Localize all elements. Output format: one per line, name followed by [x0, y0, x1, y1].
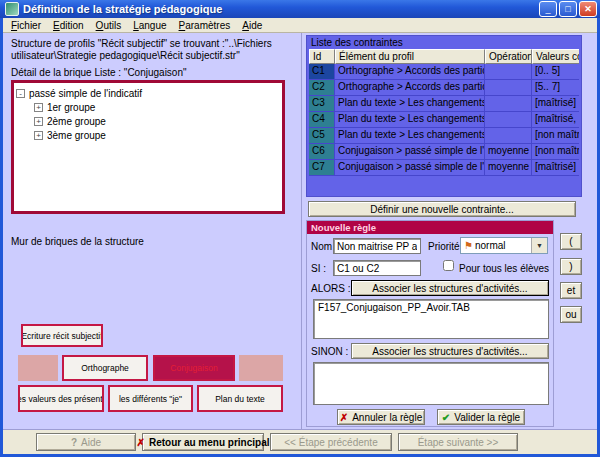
annuler-regle-button[interactable]: ✗ Annuler la règle: [337, 409, 425, 425]
right-panel: Liste des contraintes Id Élément du prof…: [301, 33, 597, 429]
table-row[interactable]: C6 Conjugaison > passé simple de l'indic…: [309, 144, 579, 160]
constraint-id: C2: [309, 80, 335, 95]
pour-tous-checkbox[interactable]: [443, 260, 454, 271]
tree-item-label: 3ème groupe: [47, 130, 106, 141]
brick-detail-label: Détail de la brique Liste : "Conjugaison…: [11, 67, 297, 78]
et-operator-button[interactable]: et: [560, 282, 582, 299]
alors-structures-list[interactable]: F157_Conjugaison_PP_Avoir.TAB: [313, 299, 549, 339]
brick-plan-du-texte[interactable]: Plan du texte: [197, 385, 283, 412]
retour-menu-button[interactable]: ✗ Retour au menu principal: [142, 433, 264, 451]
menu-langue[interactable]: Langue: [127, 20, 172, 31]
column-header-operation[interactable]: Opération: [485, 49, 532, 64]
ou-operator-button[interactable]: ou: [560, 306, 582, 323]
expand-icon[interactable]: +: [34, 103, 43, 112]
constraint-id: C4: [309, 112, 335, 127]
table-row[interactable]: C7 Conjugaison > passé simple de l'indic…: [309, 160, 579, 176]
aide-label: Aide: [81, 437, 101, 448]
constraint-operation: [485, 80, 532, 95]
brick-blank-right[interactable]: [239, 355, 283, 381]
alors-label: ALORS :: [311, 283, 350, 294]
list-item[interactable]: F157_Conjugaison_PP_Avoir.TAB: [318, 302, 544, 313]
column-header-valeurs[interactable]: Valeurs concernées: [532, 49, 579, 64]
constraint-id: C6: [309, 144, 335, 159]
etape-suivante-button[interactable]: Étape suivante >>: [398, 433, 518, 451]
constraint-operation: [485, 112, 532, 127]
define-constraint-button[interactable]: Définir une nouvelle contrainte...: [308, 201, 576, 217]
valider-regle-button[interactable]: ✔ Valider la règle: [437, 409, 525, 425]
table-row[interactable]: C5 Plan du texte > Les changements de te…: [309, 128, 579, 144]
sinon-structures-list[interactable]: [313, 362, 549, 405]
brick-conjugaison-selected[interactable]: Conjugaison: [153, 355, 235, 381]
priorite-dropdown[interactable]: ⚑ normal ▼: [460, 237, 548, 254]
maximize-button[interactable]: □: [559, 1, 577, 17]
constraint-id: C5: [309, 128, 335, 143]
menu-edition[interactable]: Edition: [47, 20, 90, 31]
aide-button[interactable]: ? Aide: [36, 433, 136, 451]
exit-x-icon: ✗: [137, 437, 145, 448]
constraints-title: Liste des contraintes: [307, 36, 581, 49]
brick-orthographe[interactable]: Orthographe: [62, 355, 148, 381]
brick-blank-left[interactable]: [18, 355, 58, 381]
priorite-label: Priorité: [428, 241, 460, 252]
alors-associer-button[interactable]: Associer les structures d'activités...: [351, 280, 549, 296]
constraint-values: [0.. 5]: [532, 64, 579, 79]
left-panel: Structure de profils "Récit subjectif" s…: [3, 33, 301, 429]
brick-differents-je[interactable]: les différents "je": [108, 385, 193, 412]
constraint-values: [non maîtrisé]: [532, 144, 579, 159]
tree-item-root[interactable]: - passé simple de l'indicatif: [16, 86, 280, 100]
tree-item-label: passé simple de l'indicatif: [29, 88, 142, 99]
menu-bar: Fichier Edition Outils Langue Paramètres…: [3, 18, 597, 33]
constraint-operation: [485, 128, 532, 143]
etape-precedente-button[interactable]: << Étape précédente: [270, 433, 392, 451]
constraint-element: Orthographe > Accords des participes pa: [335, 64, 485, 79]
menu-parametres[interactable]: Paramètres: [173, 20, 237, 31]
tree-item-groupe1[interactable]: + 1er groupe: [16, 100, 280, 114]
minimize-button[interactable]: _: [539, 1, 557, 17]
expand-icon[interactable]: +: [34, 131, 43, 140]
constraint-id: C7: [309, 160, 335, 175]
close-button[interactable]: ✕: [579, 1, 597, 17]
constraint-id: C1: [309, 64, 335, 79]
sinon-associer-button[interactable]: Associer les structures d'activités...: [351, 343, 549, 359]
constraint-values: [maîtrisé]: [532, 160, 579, 175]
table-row[interactable]: C3 Plan du texte > Les changements de te…: [309, 96, 579, 112]
constraint-element: Orthographe > Accords des participes pa: [335, 80, 485, 95]
constraint-operation: moyenne: [485, 160, 532, 175]
profile-structure-info: Structure de profils "Récit subjectif" s…: [11, 38, 297, 62]
rule-name-input[interactable]: [333, 238, 421, 254]
column-header-element[interactable]: Élément du profil: [335, 49, 485, 64]
constraint-values: [5.. 7]: [532, 80, 579, 95]
annuler-label: Annuler la règle: [352, 412, 422, 423]
window-title: Définition de la stratégie pédagogique: [23, 3, 539, 15]
chevron-down-icon[interactable]: ▼: [531, 238, 547, 253]
priority-flag-icon: ⚑: [464, 240, 473, 251]
tree-item-groupe3[interactable]: + 3ème groupe: [16, 128, 280, 142]
collapse-icon[interactable]: -: [16, 89, 25, 98]
brick-ecriture-recit-subjectif[interactable]: Ecriture récit subjectif: [21, 324, 103, 347]
brick-wall-label: Mur de briques de la structure: [11, 236, 144, 247]
table-row[interactable]: C4 Plan du texte > Les changements de te…: [309, 112, 579, 128]
tree-item-groupe2[interactable]: + 2ème groupe: [16, 114, 280, 128]
maximize-icon: □: [565, 5, 570, 14]
conjugaison-tree: - passé simple de l'indicatif + 1er grou…: [11, 80, 285, 214]
constraint-element: Conjugaison > passé simple de l'indicati…: [335, 144, 485, 159]
table-row[interactable]: C1 Orthographe > Accords des participes …: [309, 64, 579, 80]
check-icon: ✔: [442, 412, 450, 423]
constraint-element: Plan du texte > Les changements de tem: [335, 112, 485, 127]
menu-aide[interactable]: Aide: [236, 20, 268, 31]
constraint-element: Plan du texte > Les changements de tem: [335, 96, 485, 111]
expand-icon[interactable]: +: [34, 117, 43, 126]
si-condition-input[interactable]: [333, 260, 421, 276]
si-label: SI :: [311, 263, 326, 274]
menu-fichier[interactable]: Fichier: [5, 20, 47, 31]
open-paren-button[interactable]: (: [560, 233, 582, 250]
constraints-table: Liste des contraintes Id Élément du prof…: [306, 35, 582, 197]
close-paren-button[interactable]: ): [560, 258, 582, 275]
constraint-element: Conjugaison > passé simple de l'indicati…: [335, 160, 485, 175]
constraint-id: C3: [309, 96, 335, 111]
brick-valeurs-des-presents[interactable]: les valeurs des présents: [18, 385, 104, 412]
table-row[interactable]: C2 Orthographe > Accords des participes …: [309, 80, 579, 96]
column-header-id[interactable]: Id: [309, 49, 335, 64]
close-icon: ✕: [584, 5, 592, 14]
menu-outils[interactable]: Outils: [90, 20, 128, 31]
